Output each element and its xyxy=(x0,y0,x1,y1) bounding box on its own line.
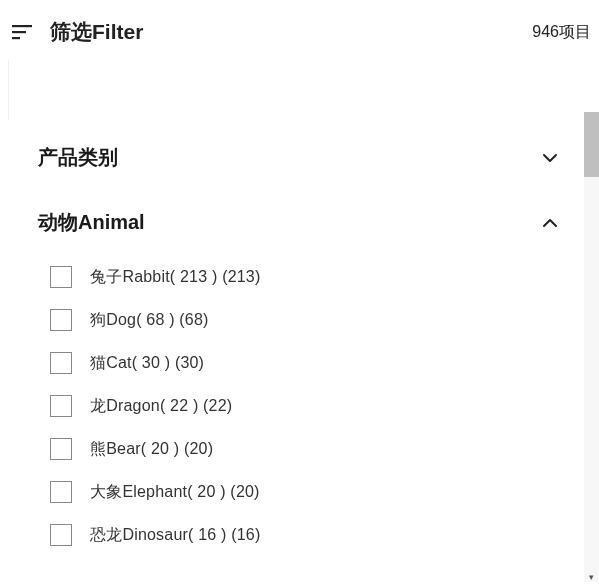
option-rabbit[interactable]: 兔子Rabbit( 213 ) (213) xyxy=(50,266,599,288)
header-left: 筛选Filter xyxy=(12,18,143,46)
scrollbar-down-icon[interactable]: ▾ xyxy=(585,572,597,584)
section-category: 产品类别 xyxy=(38,144,599,171)
chevron-up-icon xyxy=(541,214,559,232)
item-count: 946项目 xyxy=(532,22,591,43)
scrollbar-thumb[interactable] xyxy=(584,112,599,177)
section-animal-title: 动物Animal xyxy=(38,209,145,236)
chevron-down-icon xyxy=(541,149,559,167)
filter-content: 产品类别 动物Animal 兔子Rabbit( 213 ) (213) xyxy=(0,144,599,546)
option-cat[interactable]: 猫Cat( 30 ) (30) xyxy=(50,352,599,374)
checkbox[interactable] xyxy=(50,481,72,503)
checkbox[interactable] xyxy=(50,438,72,460)
animal-options: 兔子Rabbit( 213 ) (213) 狗Dog( 68 ) (68) 猫C… xyxy=(38,266,599,546)
option-label: 狗Dog( 68 ) (68) xyxy=(90,310,209,331)
checkbox[interactable] xyxy=(50,395,72,417)
option-elephant[interactable]: 大象Elephant( 20 ) (20) xyxy=(50,481,599,503)
filter-header: 筛选Filter 946项目 xyxy=(0,0,599,64)
option-label: 恐龙Dinosaur( 16 ) (16) xyxy=(90,525,260,546)
filter-title: 筛选Filter xyxy=(50,18,143,46)
checkbox[interactable] xyxy=(50,524,72,546)
section-category-title: 产品类别 xyxy=(38,144,118,171)
svg-rect-1 xyxy=(12,31,26,33)
option-label: 猫Cat( 30 ) (30) xyxy=(90,353,204,374)
option-label: 大象Elephant( 20 ) (20) xyxy=(90,482,260,503)
option-dinosaur[interactable]: 恐龙Dinosaur( 16 ) (16) xyxy=(50,524,599,546)
section-category-header[interactable]: 产品类别 xyxy=(38,144,599,171)
section-animal-header[interactable]: 动物Animal xyxy=(38,209,599,236)
checkbox[interactable] xyxy=(50,266,72,288)
svg-rect-2 xyxy=(12,37,20,39)
option-label: 龙Dragon( 22 ) (22) xyxy=(90,396,232,417)
checkbox[interactable] xyxy=(50,309,72,331)
option-dragon[interactable]: 龙Dragon( 22 ) (22) xyxy=(50,395,599,417)
checkbox[interactable] xyxy=(50,352,72,374)
option-dog[interactable]: 狗Dog( 68 ) (68) xyxy=(50,309,599,331)
divider xyxy=(8,60,9,120)
option-label: 兔子Rabbit( 213 ) (213) xyxy=(90,267,261,288)
option-bear[interactable]: 熊Bear( 20 ) (20) xyxy=(50,438,599,460)
section-animal: 动物Animal 兔子Rabbit( 213 ) (213) 狗Dog( 68 … xyxy=(38,209,599,546)
svg-rect-0 xyxy=(12,25,32,27)
filter-icon[interactable] xyxy=(12,23,32,41)
option-label: 熊Bear( 20 ) (20) xyxy=(90,439,213,460)
scrollbar-track[interactable] xyxy=(584,112,599,582)
